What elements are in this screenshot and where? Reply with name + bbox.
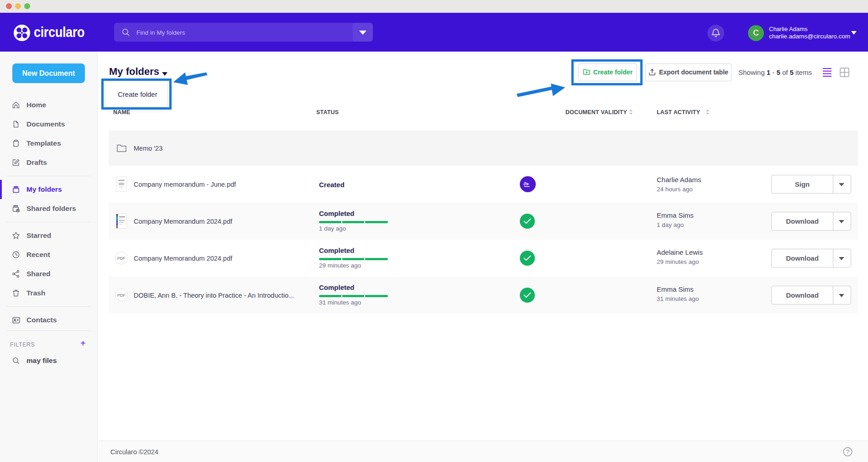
svg-text:?: ? bbox=[846, 449, 849, 455]
